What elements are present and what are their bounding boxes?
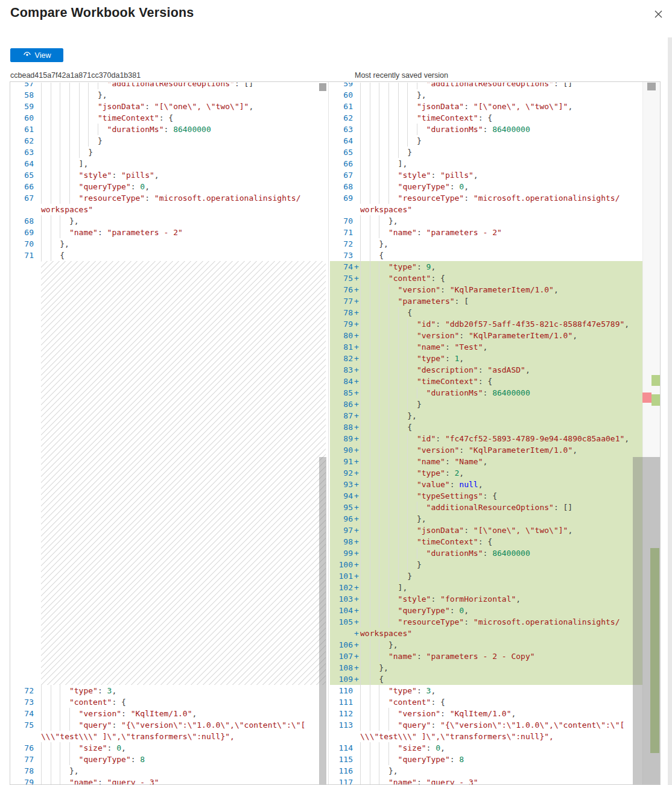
left-scrollbar-thumb[interactable] xyxy=(319,457,326,785)
right-scrollbar-stub[interactable] xyxy=(647,83,656,90)
code-line: 63} xyxy=(11,147,326,158)
code-line: 87+}, xyxy=(330,410,651,421)
code-line: 80+"version": "KqlParameterItem/1.0", xyxy=(330,330,651,341)
code-line: 64} xyxy=(330,135,651,147)
code-line: 98+"timeContext": { xyxy=(330,536,651,547)
code-line: 82+"type": 1, xyxy=(330,353,651,364)
code-line: 75+"content": { xyxy=(330,273,651,284)
code-line: 109+{ xyxy=(330,673,651,685)
code-line: 63"durationMs": 86400000 xyxy=(330,124,651,135)
code-line: 101+} xyxy=(330,570,651,582)
code-line: 84+"timeContext": { xyxy=(330,376,651,387)
code-line: 74"version": "KqlItem/1.0", xyxy=(11,708,326,719)
code-line: 108+}, xyxy=(330,662,651,673)
code-line: 72"type": 3, xyxy=(11,685,326,696)
code-line: 112"version": "KqlItem/1.0", xyxy=(330,708,651,719)
view-button-label: View xyxy=(35,51,51,60)
code-line: 61"jsonData": "[\"one\", \"two\"]", xyxy=(330,101,651,112)
code-line: 60"timeContext": { xyxy=(11,112,326,124)
right-code-pane[interactable]: 59"additionalResourceOptions": []60},61"… xyxy=(330,83,651,785)
diff-gap-hatch xyxy=(11,261,326,685)
code-line: 60}, xyxy=(330,89,651,101)
code-line: 102+], xyxy=(330,582,651,593)
code-line: 103+"style": "formHorizontal", xyxy=(330,593,651,605)
code-line: 69"name": "parameters - 2" xyxy=(11,227,326,238)
code-line: 68}, xyxy=(11,215,326,227)
code-line: 105+"resourceType": "microsoft.operation… xyxy=(330,616,651,628)
code-line: 58}, xyxy=(11,89,326,101)
code-line: 77"queryType": 8 xyxy=(11,754,326,765)
code-line: 91+"name": "Name", xyxy=(330,456,651,467)
code-line: 115"queryType": 8 xyxy=(330,754,651,765)
code-line: 113"query": "{\"version\":\"1.0.0\",\"co… xyxy=(330,719,651,731)
code-line: 111"content": { xyxy=(330,696,651,708)
code-line: 65} xyxy=(330,147,651,158)
code-line: 106+}, xyxy=(330,639,651,651)
left-version-label: ccbead415a7f42a1a871cc370da1b381 xyxy=(10,71,141,80)
code-line: 62} xyxy=(11,135,326,147)
code-line: 75"query": "{\"version\":\"1.0.0\",\"con… xyxy=(11,719,326,731)
left-scrollbar-stub[interactable] xyxy=(319,83,326,91)
right-scrollbar-thumb[interactable] xyxy=(633,457,661,785)
code-line: 59"jsonData": "[\"one\", \"two\"]", xyxy=(11,101,326,112)
code-line: +workspaces" xyxy=(330,628,651,639)
code-line: 92+"type": 2, xyxy=(330,467,651,479)
code-line: 110"type": 3, xyxy=(330,685,651,696)
left-code-pane[interactable]: 57"additionalResourceOptions": []58},59"… xyxy=(11,83,326,785)
code-line: 76+"version": "KqlParameterItem/1.0", xyxy=(330,284,651,295)
code-line: 62"timeContext": { xyxy=(330,112,651,124)
code-line: 81+"name": "Test", xyxy=(330,341,651,353)
page-scrollbar[interactable] xyxy=(668,37,672,785)
view-button[interactable]: View xyxy=(10,48,63,62)
close-button[interactable] xyxy=(650,7,666,23)
code-line: 104+"queryType": 0, xyxy=(330,605,651,616)
code-line: 89+"id": "fc47cf52-5893-4789-9e94-4890c8… xyxy=(330,433,651,444)
code-line: 70}, xyxy=(11,238,326,250)
code-line: 73"content": { xyxy=(11,696,326,708)
code-line: 74+"type": 9, xyxy=(330,261,651,273)
page-title: Compare Workbook Versions xyxy=(10,5,194,20)
code-line: 71{ xyxy=(11,250,326,261)
code-line: 66], xyxy=(330,158,651,169)
code-line: 67"style": "pills", xyxy=(330,169,651,181)
diff-editor: 57"additionalResourceOptions": []58},59"… xyxy=(10,81,661,785)
code-line: \\\"test\\\" ]\",\"transformers\":null}"… xyxy=(11,731,326,742)
view-eye-icon xyxy=(23,50,31,60)
close-icon xyxy=(654,11,663,20)
code-line: 64], xyxy=(11,158,326,169)
code-line: 57"additionalResourceOptions": [] xyxy=(11,83,326,89)
code-line: 83+"description": "asdASD", xyxy=(330,364,651,376)
code-line: 100+} xyxy=(330,559,651,570)
code-line: 95+"additionalResourceOptions": [] xyxy=(330,502,651,513)
code-line: 76"size": 0, xyxy=(11,742,326,754)
right-version-label: Most recently saved version xyxy=(355,71,448,80)
code-line: 116}, xyxy=(330,765,651,777)
code-line: 68"queryType": 0, xyxy=(330,181,651,192)
code-line: 70}, xyxy=(330,215,651,227)
code-line: 73{ xyxy=(330,250,651,261)
code-line: 99+"durationMs": 86400000 xyxy=(330,547,651,559)
code-line: 78+{ xyxy=(330,307,651,318)
code-line: 93+"value": null, xyxy=(330,479,651,490)
code-line: 78}, xyxy=(11,765,326,777)
code-line: 88+{ xyxy=(330,421,651,433)
code-line: 71"name": "parameters - 2" xyxy=(330,227,651,238)
code-line: 90+"version": "KqlParameterItem/1.0", xyxy=(330,444,651,456)
diff-sash[interactable] xyxy=(328,82,329,784)
code-line: 69"resourceType": "microsoft.operational… xyxy=(330,192,651,204)
code-line: 86+} xyxy=(330,399,651,410)
code-line: 72}, xyxy=(330,238,651,250)
code-line: 65"style": "pills", xyxy=(11,169,326,181)
code-line: \\\"test\\\" ]\",\"transformers\":null}"… xyxy=(330,731,651,742)
code-line: 117"name": "query - 3" xyxy=(330,777,651,785)
code-line: 79"name": "query - 3" xyxy=(11,777,326,785)
code-line: 94+"typeSettings": { xyxy=(330,490,651,502)
code-line: 114"size": 0, xyxy=(330,742,651,754)
ruler-removed-mark xyxy=(642,392,651,403)
code-line: 107+"name": "parameters - 2 - Copy" xyxy=(330,651,651,662)
code-line: 96+}, xyxy=(330,513,651,525)
ruler-added-mark xyxy=(651,375,661,386)
code-line: 61"durationMs": 86400000 xyxy=(11,124,326,135)
code-line: 66"queryType": 0, xyxy=(11,181,326,192)
code-line: 79+"id": "ddb20f57-5aff-4f35-821c-8588f4… xyxy=(330,318,651,330)
